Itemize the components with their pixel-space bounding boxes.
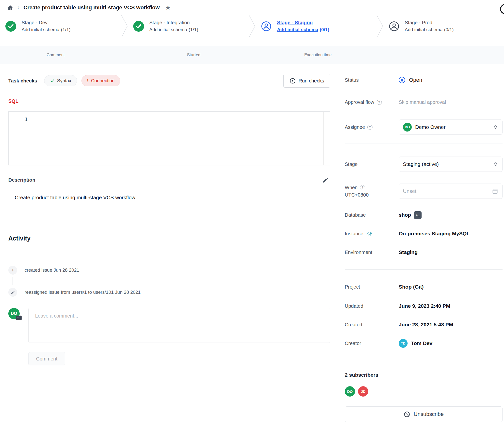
ban-icon <box>404 411 410 418</box>
environment-label: Environment <box>345 250 399 255</box>
updated-value: June 9, 2023 2:40 PM <box>399 303 450 309</box>
connection-check-pill[interactable]: ! Connection <box>81 75 120 86</box>
stage-done-icon <box>5 21 16 32</box>
stage-title: Stage - Integration <box>149 20 198 26</box>
check-icon <box>50 78 55 83</box>
stage-item-dev[interactable]: Stage - Dev Add initial schema(1/1) <box>0 15 121 37</box>
stage-item-integration[interactable]: Stage - Integration Add initial schema(1… <box>128 15 249 37</box>
when-row: When ? UTC+0800 <box>345 184 503 199</box>
description-header: Description <box>8 177 330 183</box>
home-icon[interactable] <box>7 4 13 11</box>
subscribers-title: 2 subscribers <box>345 372 503 378</box>
stage-done-icon <box>133 21 144 32</box>
sidebar-divider <box>345 269 503 270</box>
main-column: Task checks Syntax ! Connection Run chec… <box>0 64 338 426</box>
activity-event-text: created issue Jun 28 2021 <box>25 267 79 273</box>
sidebar-divider <box>345 362 503 362</box>
activity-event-text: reassigned issue from users/1 to users/1… <box>25 290 141 295</box>
breadcrumb: › Create product table using multi-stage… <box>0 0 504 15</box>
task-checks-row: Task checks Syntax ! Connection Run chec… <box>8 74 330 88</box>
unsubscribe-button[interactable]: Unsubscribe <box>345 406 503 422</box>
column-header-comment: Comment <box>47 53 65 57</box>
activity-title: Activity <box>8 235 330 242</box>
stage-label: Stage <box>345 161 399 167</box>
stage-item-staging[interactable]: Stage - Staging Add initial schema(0/1) <box>255 15 376 37</box>
sidebar-divider <box>345 144 503 144</box>
when-datetime-picker[interactable] <box>399 184 503 199</box>
stage-task: Add initial schema <box>22 27 59 32</box>
sql-editor[interactable]: 1 <box>8 111 330 165</box>
approval-flow-row: Approval flow ? Skip manual approval <box>345 98 503 106</box>
creator-row: Creator TD Tom Dev <box>345 338 503 349</box>
page-title: Create product table using multi-stage V… <box>24 4 160 11</box>
stage-task-link[interactable]: Add initial schema <box>277 27 318 32</box>
status-radio[interactable] <box>399 77 405 83</box>
editor-line-number: 1 <box>25 117 27 122</box>
breadcrumb-chevron-icon: › <box>17 4 20 10</box>
comment-badge-icon: ··· <box>16 316 22 320</box>
editor-scrollbar[interactable] <box>323 112 324 165</box>
environment-value: Staging <box>399 249 418 255</box>
stage-separator <box>249 15 255 37</box>
avatar: JD <box>358 386 368 397</box>
when-label: When <box>345 184 358 191</box>
database-label: Database <box>345 212 399 218</box>
comment-button[interactable]: Comment <box>28 352 65 365</box>
sql-editor-link-icon[interactable]: >_ <box>414 211 422 219</box>
approval-flow-value: Skip manual approval <box>399 99 446 105</box>
stage-title: Stage - Prod <box>405 20 454 26</box>
updated-row: Updated June 9, 2023 2:40 PM <box>345 302 503 310</box>
syntax-check-pill[interactable]: Syntax <box>44 75 77 86</box>
assignee-value: Demo Owner <box>415 124 446 130</box>
chevron-up-down-icon <box>493 124 498 130</box>
comment-compose-row: DO ··· <box>8 308 330 343</box>
issue-detail-page: › Create product table using multi-stage… <box>0 0 504 426</box>
help-icon[interactable]: ? <box>377 100 382 105</box>
assignee-select[interactable]: DO Demo Owner <box>399 120 503 135</box>
avatar: DO ··· <box>8 308 20 319</box>
task-table-header: Comment Started Execution time <box>0 46 504 64</box>
database-value: shop <box>399 212 411 218</box>
creator-value: Tom Dev <box>411 340 432 346</box>
timeline-connector <box>13 277 13 285</box>
stage-value: Staging (active) <box>403 161 439 167</box>
stage-person-icon <box>261 21 272 32</box>
project-value: Shop (Git) <box>399 284 424 290</box>
help-icon[interactable]: ? <box>367 125 372 130</box>
subscribers-avatars: DO JD <box>345 386 503 397</box>
run-checks-button[interactable]: Run checks <box>283 74 331 88</box>
edit-pencil-icon[interactable] <box>322 177 329 183</box>
column-header-execution-time: Execution time <box>304 53 332 57</box>
updated-label: Updated <box>345 303 399 309</box>
approval-flow-label: Approval flow <box>345 99 374 105</box>
assignee-label: Assignee <box>345 124 365 130</box>
comment-input[interactable] <box>28 308 330 343</box>
creator-label: Creator <box>345 341 399 346</box>
activity-divider <box>8 251 330 251</box>
status-row: Status Open <box>345 76 503 84</box>
when-timezone: UTC+0800 <box>345 192 369 198</box>
stage-title-link[interactable]: Stage - Staging <box>277 20 329 26</box>
help-circle-icon[interactable] <box>500 4 504 14</box>
stage-row: Stage Staging (active) <box>345 157 503 172</box>
avatar: DO <box>403 123 412 132</box>
issue-sidebar: Status Open Approval flow ? Skip manual … <box>338 64 504 426</box>
play-circle-icon <box>290 78 296 84</box>
syntax-check-label: Syntax <box>57 78 71 83</box>
star-icon[interactable]: ★ <box>165 4 171 12</box>
created-row: Created June 28, 2021 5:48 PM <box>345 320 503 329</box>
sql-section-label: SQL <box>8 98 330 104</box>
project-label: Project <box>345 284 399 290</box>
stage-select[interactable]: Staging (active) <box>399 157 503 172</box>
assignee-row: Assignee ? DO Demo Owner <box>345 120 503 135</box>
stage-item-prod[interactable]: Stage - Prod Add initial schema(0/1) <box>383 15 504 37</box>
stage-task-count: (0/1) <box>320 27 329 32</box>
stage-task-count: (0/1) <box>444 27 454 32</box>
stage-task-count: (1/1) <box>189 27 198 32</box>
help-icon[interactable]: ? <box>360 185 365 190</box>
instance-value: On-premises Staging MySQL <box>399 231 470 237</box>
exclamation-icon: ! <box>87 78 89 83</box>
when-input[interactable] <box>403 188 489 194</box>
stage-task: Add initial schema <box>405 27 443 32</box>
column-header-started: Started <box>187 53 200 57</box>
